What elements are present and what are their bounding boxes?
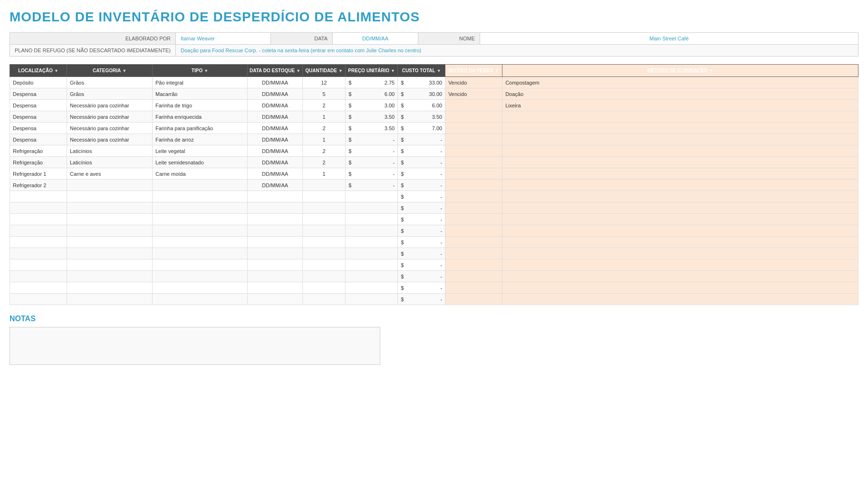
cell-motivo[interactable] — [445, 111, 502, 123]
cell-motivo[interactable] — [445, 100, 502, 111]
cell-preco[interactable] — [346, 191, 398, 202]
cell-preco[interactable]: $- — [346, 134, 398, 145]
cell-custo[interactable]: $- — [398, 145, 445, 157]
cell-categoria[interactable] — [67, 282, 153, 294]
cell-localizacao[interactable] — [10, 259, 67, 271]
cell-tipo[interactable]: Leite semidesnatado — [153, 157, 248, 168]
cell-tipo[interactable] — [153, 259, 248, 271]
cell-categoria[interactable]: Necessário para cozinhar — [67, 111, 153, 123]
cell-localizacao[interactable] — [10, 248, 67, 259]
cell-localizacao[interactable]: Despensa — [10, 134, 67, 145]
cell-categoria[interactable]: Grãos — [67, 77, 153, 88]
cell-tipo[interactable]: Leite vegetal — [153, 145, 248, 157]
col-header-preco[interactable]: PREÇO UNITÁRIO▼ — [346, 65, 398, 77]
cell-tipo[interactable] — [153, 282, 248, 294]
cell-quantidade[interactable]: 2 — [303, 145, 346, 157]
cell-motivo[interactable] — [445, 294, 502, 305]
cell-motivo[interactable] — [445, 168, 502, 180]
notes-input[interactable] — [10, 327, 380, 365]
cell-quantidade[interactable] — [303, 271, 346, 282]
cell-motivo[interactable] — [445, 271, 502, 282]
cell-data[interactable] — [248, 225, 303, 237]
cell-quantidade[interactable] — [303, 294, 346, 305]
cell-categoria[interactable] — [67, 191, 153, 202]
cell-custo[interactable]: $- — [398, 134, 445, 145]
cell-motivo[interactable] — [445, 180, 502, 191]
cell-tipo[interactable] — [153, 248, 248, 259]
cell-tipo[interactable]: Farinha de trigo — [153, 100, 248, 111]
cell-custo[interactable]: $- — [398, 237, 445, 248]
cell-categoria[interactable]: Grãos — [67, 88, 153, 100]
cell-motivo[interactable] — [445, 282, 502, 294]
cell-metodo[interactable] — [502, 282, 858, 294]
cell-preco[interactable]: $- — [346, 168, 398, 180]
cell-data[interactable]: DD/MM/AA — [248, 123, 303, 134]
cell-custo[interactable]: $7.00 — [398, 123, 445, 134]
cell-quantidade[interactable] — [303, 282, 346, 294]
cell-quantidade[interactable] — [303, 248, 346, 259]
cell-categoria[interactable] — [67, 237, 153, 248]
cell-custo[interactable]: $- — [398, 202, 445, 214]
cell-custo[interactable]: $- — [398, 259, 445, 271]
cell-categoria[interactable] — [67, 214, 153, 225]
cell-motivo[interactable] — [445, 202, 502, 214]
cell-quantidade[interactable]: 2 — [303, 157, 346, 168]
col-header-quantidade[interactable]: QUANTIDADE▼ — [303, 65, 346, 77]
cell-custo[interactable]: $- — [398, 271, 445, 282]
cell-custo[interactable]: $- — [398, 248, 445, 259]
cell-categoria[interactable] — [67, 294, 153, 305]
cell-metodo[interactable] — [502, 191, 858, 202]
cell-localizacao[interactable]: Refrigerador 1 — [10, 168, 67, 180]
cell-tipo[interactable]: Carne moída — [153, 168, 248, 180]
cell-tipo[interactable] — [153, 202, 248, 214]
cell-metodo[interactable] — [502, 180, 858, 191]
cell-categoria[interactable]: Laticínios — [67, 157, 153, 168]
cell-tipo[interactable]: Farinha para panificação — [153, 123, 248, 134]
cell-localizacao[interactable] — [10, 237, 67, 248]
cell-motivo[interactable] — [445, 134, 502, 145]
cell-tipo[interactable] — [153, 294, 248, 305]
table-row[interactable]: $- — [10, 271, 858, 282]
data-value[interactable]: DD/MM/AA — [333, 33, 418, 45]
cell-localizacao[interactable]: Despensa — [10, 100, 67, 111]
filter-arrow-data[interactable]: ▼ — [296, 68, 300, 73]
cell-tipo[interactable] — [153, 180, 248, 191]
cell-localizacao[interactable]: Depósito — [10, 77, 67, 88]
cell-data[interactable] — [248, 214, 303, 225]
cell-data[interactable] — [248, 248, 303, 259]
cell-motivo[interactable] — [445, 214, 502, 225]
table-row[interactable]: $- — [10, 259, 858, 271]
cell-quantidade[interactable] — [303, 214, 346, 225]
cell-preco[interactable]: $3.50 — [346, 123, 398, 134]
cell-quantidade[interactable]: 2 — [303, 123, 346, 134]
table-row[interactable]: $- — [10, 248, 858, 259]
cell-metodo[interactable] — [502, 202, 858, 214]
cell-quantidade[interactable] — [303, 237, 346, 248]
table-row[interactable]: $- — [10, 191, 858, 202]
cell-quantidade[interactable] — [303, 191, 346, 202]
cell-metodo[interactable] — [502, 123, 858, 134]
cell-quantidade[interactable]: 5 — [303, 88, 346, 100]
cell-preco[interactable] — [346, 202, 398, 214]
cell-tipo[interactable] — [153, 191, 248, 202]
cell-custo[interactable]: $6.00 — [398, 100, 445, 111]
cell-metodo[interactable]: Lixeira — [502, 100, 858, 111]
cell-metodo[interactable] — [502, 134, 858, 145]
cell-localizacao[interactable] — [10, 294, 67, 305]
cell-quantidade[interactable] — [303, 180, 346, 191]
table-row[interactable]: Refrigerador 2DD/MM/AA$-$- — [10, 180, 858, 191]
cell-localizacao[interactable]: Despensa — [10, 123, 67, 134]
cell-categoria[interactable] — [67, 271, 153, 282]
cell-quantidade[interactable]: 2 — [303, 100, 346, 111]
cell-metodo[interactable] — [502, 237, 858, 248]
col-header-motivo[interactable]: MOTIVO DA PERDA▼ — [445, 65, 502, 77]
col-header-tipo[interactable]: TIPO▼ — [153, 65, 248, 77]
cell-preco[interactable] — [346, 294, 398, 305]
cell-preco[interactable]: $- — [346, 157, 398, 168]
cell-data[interactable]: DD/MM/AA — [248, 100, 303, 111]
cell-data[interactable] — [248, 202, 303, 214]
cell-preco[interactable]: $3.50 — [346, 111, 398, 123]
cell-metodo[interactable] — [502, 111, 858, 123]
cell-metodo[interactable]: Doação — [502, 88, 858, 100]
cell-tipo[interactable]: Farinha de arroz — [153, 134, 248, 145]
